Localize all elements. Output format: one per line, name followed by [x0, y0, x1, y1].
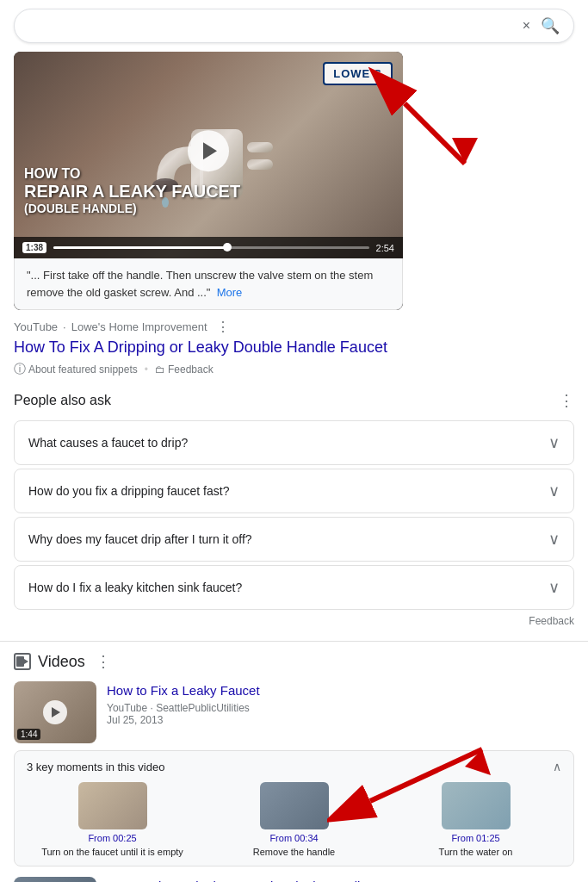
paa-question-2: Why does my faucet drip after I turn it … — [28, 532, 252, 546]
search-button[interactable]: 🔍 — [541, 16, 560, 35]
source-line: YouTube · Lowe's Home Improvement ⋮ — [14, 319, 574, 335]
source-channel: Lowe's Home Improvement — [71, 320, 207, 333]
section-divider — [0, 641, 588, 642]
search-bar[interactable]: how to fix a leaky faucet × 🔍 — [14, 9, 574, 43]
video-card-1: 3:01 PREVIEW How to Fix A Dripping or Le… — [14, 877, 574, 882]
moment-desc-0-1: Remove the handle — [253, 847, 335, 857]
progress-duration: 2:54 — [376, 243, 394, 253]
paa-question-3: How do I fix a leaky kitchen sink faucet… — [28, 581, 242, 594]
about-label: About featured snippets — [28, 363, 138, 376]
moment-item-0-1[interactable]: From 00:34 Remove the handle — [208, 782, 380, 857]
video-play-btn-0[interactable] — [43, 700, 67, 724]
paa-chevron-3: ∨ — [548, 578, 560, 597]
videos-menu-icon[interactable]: ⋮ — [96, 652, 111, 671]
source-dot: · — [63, 320, 66, 333]
progress-current: 1:38 — [22, 242, 46, 253]
overlay-line3: (DOUBLE HANDLE) — [24, 202, 240, 215]
svg-rect-6 — [16, 656, 24, 667]
moment-thumb-0-2 — [442, 782, 511, 829]
dot-separator: • — [145, 363, 148, 376]
paa-question-1: How do you fix a dripping faucet fast? — [28, 484, 229, 498]
paa-item-3[interactable]: How do I fix a leaky kitchen sink faucet… — [14, 565, 574, 610]
svg-rect-3 — [247, 142, 273, 152]
video-thumb-1[interactable]: 3:01 PREVIEW — [14, 877, 96, 882]
video-date-0: Jul 25, 2013 — [107, 714, 574, 726]
videos-header: Videos ⋮ — [14, 652, 574, 671]
paa-chevron-0: ∨ — [548, 433, 560, 452]
paa-question-0: What causes a faucet to drip? — [28, 436, 188, 450]
key-moments-header-0[interactable]: 3 key moments in this video ∧ — [27, 760, 561, 773]
paa-item-2[interactable]: Why does my faucet drip after I turn it … — [14, 517, 574, 562]
about-icon: ⓘ — [14, 362, 26, 377]
featured-video-container: HOW TO REPAIR A LEAKY FAUCET (DOUBLE HAN… — [14, 52, 574, 310]
transcript-text: "... First take off the handle. Then uns… — [27, 269, 373, 299]
video-thumb-0[interactable]: 1:44 — [14, 681, 96, 743]
moment-thumb-0-1 — [260, 782, 329, 829]
video-progress-bar: 1:38 2:54 — [14, 237, 403, 258]
play-button[interactable] — [188, 130, 229, 171]
video-card-0: 1:44 How to Fix a Leaky Faucet YouTube ·… — [14, 681, 574, 743]
svg-rect-4 — [247, 159, 273, 170]
moment-thumb-0-0 — [78, 782, 147, 829]
video-card-title-0[interactable]: How to Fix a Leaky Faucet — [107, 681, 574, 699]
video-overlay-text: HOW TO REPAIR A LEAKY FAUCET (DOUBLE HAN… — [24, 166, 240, 215]
about-featured-snippets-link[interactable]: ⓘ About featured snippets — [14, 362, 138, 377]
key-moments-bar-0: 3 key moments in this video ∧ From 00:25… — [14, 750, 574, 866]
feedback-icon: 🗀 — [155, 363, 165, 376]
overlay-line2: REPAIR A LEAKY FAUCET — [24, 182, 240, 202]
transcript-box: "... First take off the handle. Then uns… — [14, 258, 403, 310]
key-moments-items-0: From 00:25 Turn on the faucet until it i… — [27, 782, 561, 857]
result-title[interactable]: How To Fix A Dripping or Leaky Double Ha… — [14, 339, 574, 357]
search-input[interactable]: how to fix a leaky faucet — [28, 19, 523, 34]
paa-item-1[interactable]: How do you fix a dripping faucet fast? ∨ — [14, 469, 574, 513]
paa-section: People also ask ⋮ What causes a faucet t… — [14, 391, 574, 627]
video-thumbnail: HOW TO REPAIR A LEAKY FAUCET (DOUBLE HAN… — [14, 52, 403, 258]
search-bar-icons: × 🔍 — [523, 16, 560, 35]
moment-desc-0-0: Turn on the faucet until it is empty — [41, 847, 183, 857]
video-info-0: How to Fix a Leaky Faucet YouTube · Seat… — [107, 681, 574, 726]
svg-marker-7 — [24, 659, 28, 664]
moment-time-0-2: From 01:25 — [451, 833, 499, 843]
paa-chevron-2: ∨ — [548, 530, 560, 549]
transcript-more-link[interactable]: More — [217, 286, 243, 299]
progress-track[interactable] — [53, 246, 369, 249]
paa-title: People also ask — [14, 393, 111, 408]
paa-header: People also ask ⋮ — [14, 391, 574, 410]
paa-item-0[interactable]: What causes a faucet to drip? ∨ — [14, 420, 574, 465]
video-source-0: YouTube · SeattlePublicUtilities — [107, 702, 574, 714]
videos-icon — [14, 653, 31, 670]
feedback-link[interactable]: 🗀 Feedback — [155, 363, 214, 376]
moment-time-0-1: From 00:34 — [269, 833, 318, 843]
source-platform: YouTube — [14, 320, 58, 333]
featured-video[interactable]: HOW TO REPAIR A LEAKY FAUCET (DOUBLE HAN… — [14, 52, 403, 310]
paa-feedback-link[interactable]: Feedback — [14, 615, 574, 627]
video-info-1: How to Fix A Dripping or Leaky Single Ha… — [107, 877, 574, 882]
videos-title: Videos — [38, 653, 85, 671]
video-section-icon — [16, 656, 28, 667]
source-menu-icon[interactable]: ⋮ — [216, 319, 230, 335]
paa-chevron-1: ∨ — [548, 481, 560, 500]
clear-button[interactable]: × — [523, 18, 530, 34]
snippet-meta: ⓘ About featured snippets • 🗀 Feedback — [14, 362, 574, 377]
videos-section: Videos ⋮ 1:44 How to Fix a Leaky Faucet … — [14, 652, 574, 882]
video-duration-0: 1:44 — [17, 729, 40, 740]
progress-fill — [53, 246, 227, 249]
page-wrapper: how to fix a leaky faucet × 🔍 — [0, 9, 588, 882]
key-moments-label-0: 3 key moments in this video — [27, 761, 164, 773]
moment-desc-0-2: Turn the water on — [439, 847, 513, 857]
paa-menu-icon[interactable]: ⋮ — [559, 391, 574, 410]
progress-thumb — [223, 243, 232, 252]
key-moments-chevron-0: ∧ — [553, 760, 561, 773]
lowes-badge: LOWE'S — [323, 62, 393, 85]
moment-time-0-0: From 00:25 — [88, 833, 136, 843]
feedback-label: Feedback — [168, 363, 214, 376]
video-card-title-1[interactable]: How to Fix A Dripping or Leaky Single Ha… — [107, 877, 574, 882]
moment-item-0-0[interactable]: From 00:25 Turn on the faucet until it i… — [27, 782, 198, 857]
moment-item-0-2[interactable]: From 01:25 Turn the water on — [390, 782, 561, 857]
